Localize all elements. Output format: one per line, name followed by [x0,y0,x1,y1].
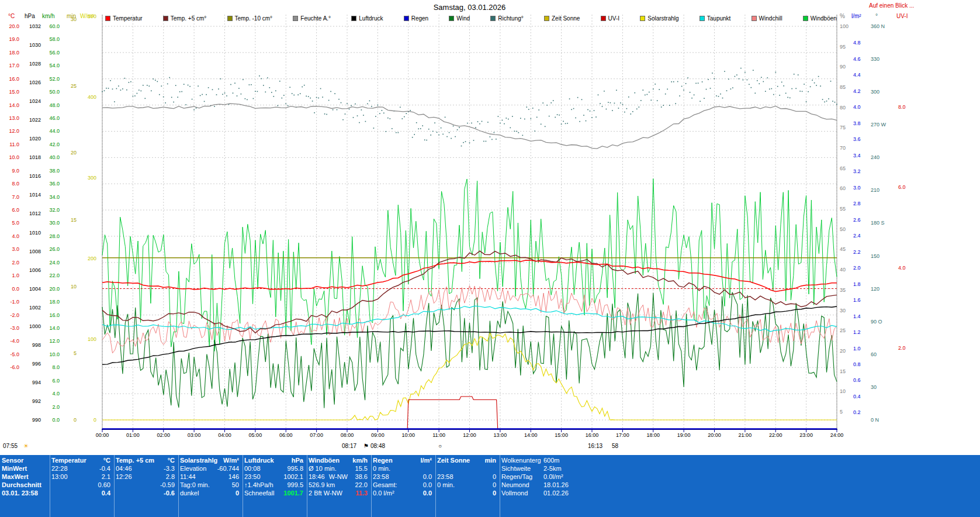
legend-swatch [544,16,549,21]
rain-axis-tick: 3.6 [853,137,861,142]
legend-item-taupunkt[interactable]: Taupunkt [699,15,731,22]
table-cell-label: Ø 10 min. [309,464,337,473]
sunminutes-axis-tick: 5 [74,351,77,356]
table-cell-value: 1001.7 [283,489,303,497]
windspeed-axis-tick: 22.0 [49,273,60,278]
legend-item-richtung[interactable]: Richtung° [490,15,523,22]
overview-link[interactable]: Auf einen Blick ... [869,2,914,9]
solar-axis-tick: 300 [88,175,96,181]
x-axis-label: 02:00 [157,432,170,438]
table-cell-label: Tag:0 min. [180,481,210,489]
legend-item-temp-10-cm[interactable]: Temp. -10 cm° [227,15,273,22]
legend-item-uv-i[interactable]: UV-I [601,15,619,22]
table-separator [371,455,372,517]
legend-item-luftdruck[interactable]: Luftdruck [351,15,383,22]
rain-axis-tick: 0.8 [853,362,861,367]
x-axis-label: 15:00 [555,432,568,438]
x-axis-label: 23:00 [799,432,813,438]
table-cell-value: -0.6 [164,489,175,497]
x-axis-label: 01:00 [126,432,140,438]
legend-swatch [803,16,808,21]
pressure-axis-tick: 1002 [29,305,41,310]
legend-swatch [640,16,645,21]
table-col-unit: °C [103,456,110,464]
temperature-axis-tick: 2.0 [12,260,19,265]
legend-item-temperatur[interactable]: Temperatur [105,15,143,22]
windspeed-axis-tick: 32.0 [49,208,60,213]
table-cell-label: dunkel [180,489,199,497]
rain-axis-tick: 0.6 [853,378,861,383]
direction-axis-tick: 60 [871,351,877,357]
rain-axis-tick: 1.8 [853,281,861,287]
windspeed-axis-tick: 38.0 [49,168,60,173]
legend-item-solarstrahlg[interactable]: Solarstrahlg [640,15,678,22]
legend-item-zeit-sonne[interactable]: Zeit Sonne [544,15,580,22]
humidity-axis-tick: 100 [840,24,849,29]
windspeed-axis-tick: 56.0 [49,50,60,55]
table-cell-value: 38.6 [355,473,368,481]
table-cell-value: 1002.1 [283,473,303,481]
legend-item-windb-en[interactable]: Windböen [803,15,837,22]
table-cell-value: 999.5 [287,481,303,489]
x-axis-label: 19:00 [677,432,691,438]
windspeed-axis-tick: 58.0 [49,37,60,42]
legend-item-windchill[interactable]: Windchill [752,15,782,22]
table-cell-value: 0.60 [98,481,110,489]
legend-label: Windchill [759,15,782,22]
page-title: Samstag, 03.01.2026 [102,3,837,12]
dawn-time: 07:55 [3,443,18,449]
legend-item-regen[interactable]: Regen [404,15,428,22]
direction-axis-tick: 210 [871,188,879,193]
legend-label: Temperatur [113,15,143,22]
legend-label: Zeit Sonne [552,15,580,22]
table-separator [500,455,500,517]
humidity-axis-tick: 20 [840,348,846,353]
temperature-axis-tick: 6.0 [12,208,19,213]
rain-axis-tick: 1.4 [853,313,861,319]
x-axis-label: 21:00 [739,432,752,438]
temperature-axis-tick: 19.0 [9,37,19,42]
legend-item-feuchte-a[interactable]: Feuchte A.° [293,15,331,22]
pressure-axis-tick: 996 [32,361,41,366]
humidity-axis-tick: 95 [840,44,846,49]
legend-item-wind[interactable]: Wind [449,15,470,22]
table-info-label: Vollmond [501,489,528,497]
legend-label: Windböen [811,15,837,22]
table-col-header: Windböen [309,456,340,464]
temperature-axis-tick: -2.0 [10,312,19,318]
humidity-axis-tick: 35 [840,287,846,292]
table-col-header: Temperatur [51,456,86,464]
axis-unit-header: ° [875,13,878,19]
rain-axis-tick: 3.0 [853,185,861,190]
table-cell-value: 0.0 [423,481,432,489]
pressure-axis-tick: 1018 [29,155,41,160]
temperature-axis-tick: 18.0 [9,50,19,55]
table-separator [307,455,307,517]
legend-label: Regen [411,15,428,22]
table-cell-value: -0.4 [99,464,110,473]
summary-table: SensorMinWertMaxWertDurchschnitt03.01. 2… [0,455,980,517]
pressure-axis-tick: 1016 [29,174,41,179]
table-info-value: 18.01.26 [543,481,569,489]
table-cell-value: 2.1 [102,473,110,481]
windspeed-axis-tick: 8.0 [52,365,60,370]
temperature-axis-tick: 11.0 [9,142,19,147]
legend-label: Temp. -10 cm° [235,15,273,22]
solar-axis-tick: 100 [88,337,96,342]
table-cell-value: 11.3 [355,489,368,497]
legend-item-temp-5-cm[interactable]: Temp. +5 cm° [163,15,207,22]
rain-axis-tick: 0.4 [853,394,861,399]
humidity-axis-tick: 45 [840,247,846,252]
pressure-axis-tick: 994 [32,380,41,385]
direction-axis-tick: 360 N [871,24,885,29]
pressure-axis-tick: 1028 [29,61,41,67]
table-cell-value: 0 [493,473,496,481]
table-info-label: Sichtweite [501,464,531,473]
legend-swatch [449,16,454,21]
temperature-axis-tick: -4.0 [10,339,19,344]
temperature-axis-tick: 3.0 [12,247,19,252]
sunminutes-axis-tick: 30 [71,17,77,22]
table-cell-label: 11:44 [180,473,196,481]
windspeed-axis-tick: 44.0 [49,129,60,134]
sunminutes-axis-tick: 20 [71,150,77,156]
